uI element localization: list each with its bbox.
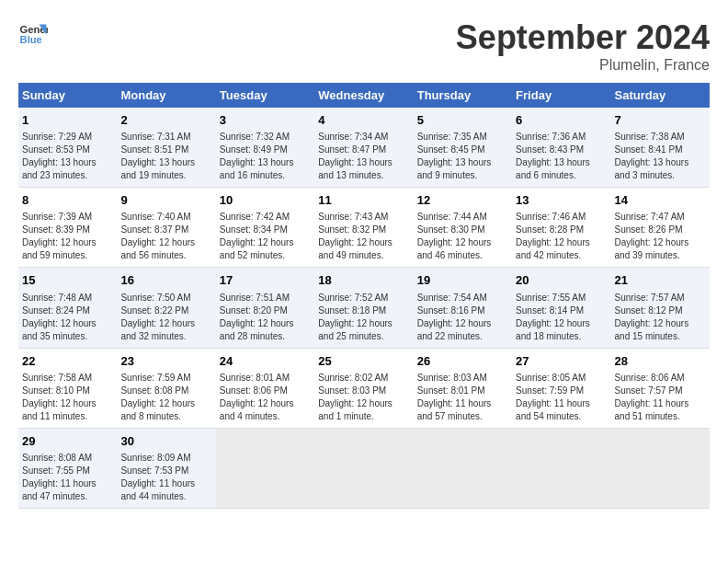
day-number: 15 bbox=[22, 272, 113, 289]
day-info: Sunrise: 7:32 AM bbox=[220, 131, 311, 144]
day-info: Daylight: 11 hours bbox=[120, 477, 211, 490]
day-number: 4 bbox=[318, 112, 409, 129]
day-info: Sunrise: 8:01 AM bbox=[220, 372, 311, 385]
day-number: 9 bbox=[120, 192, 211, 209]
calendar-cell: 24Sunrise: 8:01 AMSunset: 8:06 PMDayligh… bbox=[216, 348, 314, 428]
day-number: 3 bbox=[220, 112, 311, 129]
day-info: Sunset: 8:08 PM bbox=[120, 385, 211, 397]
day-number: 13 bbox=[516, 192, 607, 209]
day-info: Sunset: 8:10 PM bbox=[22, 385, 113, 397]
day-number: 1 bbox=[22, 112, 113, 129]
day-info: Sunset: 8:39 PM bbox=[22, 224, 113, 236]
day-info: Sunrise: 7:55 AM bbox=[516, 292, 607, 304]
day-info: Sunrise: 7:36 AM bbox=[516, 131, 607, 144]
day-info: and 35 minutes. bbox=[22, 330, 113, 343]
calendar-cell: 6Sunrise: 7:36 AMSunset: 8:43 PMDaylight… bbox=[512, 108, 610, 188]
calendar-week-4: 22Sunrise: 7:58 AMSunset: 8:10 PMDayligh… bbox=[18, 348, 710, 428]
day-info: Daylight: 13 hours bbox=[417, 156, 508, 169]
day-info: Sunrise: 7:42 AM bbox=[220, 211, 311, 224]
day-info: and 25 minutes. bbox=[318, 330, 409, 343]
day-info: Daylight: 12 hours bbox=[22, 397, 113, 410]
day-info: Sunrise: 8:02 AM bbox=[318, 372, 409, 385]
day-info: Daylight: 13 hours bbox=[120, 156, 211, 169]
day-info: Daylight: 12 hours bbox=[318, 236, 409, 249]
day-info: and 32 minutes. bbox=[120, 330, 211, 343]
day-info: and 42 minutes. bbox=[516, 249, 607, 262]
day-info: and 28 minutes. bbox=[220, 330, 311, 343]
day-info: Daylight: 13 hours bbox=[22, 156, 113, 169]
day-info: Daylight: 12 hours bbox=[318, 317, 409, 330]
day-info: Sunrise: 7:35 AM bbox=[417, 131, 508, 144]
day-info: Sunset: 8:49 PM bbox=[220, 144, 311, 156]
day-info: Sunrise: 7:44 AM bbox=[417, 211, 508, 224]
day-info: and 8 minutes. bbox=[120, 410, 211, 423]
day-info: Daylight: 12 hours bbox=[318, 397, 409, 410]
calendar-cell: 4Sunrise: 7:34 AMSunset: 8:47 PMDaylight… bbox=[314, 108, 413, 188]
day-info: Daylight: 13 hours bbox=[220, 156, 311, 169]
day-info: Daylight: 12 hours bbox=[615, 236, 706, 249]
day-info: Sunrise: 8:03 AM bbox=[417, 372, 508, 385]
day-info: Daylight: 12 hours bbox=[220, 317, 311, 330]
calendar-cell: 30Sunrise: 8:09 AMSunset: 7:53 PMDayligh… bbox=[117, 428, 215, 508]
calendar-cell: 29Sunrise: 8:08 AMSunset: 7:55 PMDayligh… bbox=[18, 428, 117, 508]
calendar-cell: 28Sunrise: 8:06 AMSunset: 7:57 PMDayligh… bbox=[611, 348, 710, 428]
calendar-cell: 9Sunrise: 7:40 AMSunset: 8:37 PMDaylight… bbox=[117, 188, 215, 268]
calendar-cell: 2Sunrise: 7:31 AMSunset: 8:51 PMDaylight… bbox=[117, 108, 215, 188]
day-number: 10 bbox=[220, 192, 311, 209]
day-info: Daylight: 12 hours bbox=[220, 397, 311, 410]
day-info: Daylight: 12 hours bbox=[120, 397, 211, 410]
day-number: 20 bbox=[516, 272, 607, 289]
day-info: Sunset: 8:47 PM bbox=[318, 144, 409, 156]
day-info: Sunset: 8:06 PM bbox=[220, 385, 311, 397]
day-info: Daylight: 11 hours bbox=[22, 477, 113, 490]
day-info: Sunset: 8:01 PM bbox=[417, 385, 508, 397]
day-info: Daylight: 12 hours bbox=[615, 317, 706, 330]
day-info: Daylight: 11 hours bbox=[417, 397, 508, 410]
day-info: Sunrise: 7:59 AM bbox=[120, 372, 211, 385]
day-number: 11 bbox=[318, 192, 409, 209]
day-info: Sunset: 7:59 PM bbox=[516, 385, 607, 397]
weekday-header-tuesday: Tuesday bbox=[216, 83, 314, 108]
day-number: 30 bbox=[120, 433, 211, 450]
day-info: Daylight: 12 hours bbox=[516, 317, 607, 330]
day-info: and 44 minutes. bbox=[120, 490, 211, 503]
day-number: 12 bbox=[417, 192, 508, 209]
calendar-cell: 25Sunrise: 8:02 AMSunset: 8:03 PMDayligh… bbox=[314, 348, 413, 428]
day-info: Daylight: 12 hours bbox=[516, 236, 607, 249]
day-info: Sunset: 8:34 PM bbox=[220, 224, 311, 236]
day-info: Daylight: 12 hours bbox=[120, 317, 211, 330]
day-info: Sunset: 8:45 PM bbox=[417, 144, 508, 156]
day-info: Sunrise: 7:31 AM bbox=[120, 131, 211, 144]
day-info: Sunset: 7:53 PM bbox=[120, 465, 211, 477]
day-info: Sunrise: 8:09 AM bbox=[120, 452, 211, 465]
calendar-cell: 10Sunrise: 7:42 AMSunset: 8:34 PMDayligh… bbox=[216, 188, 314, 268]
calendar-cell: 11Sunrise: 7:43 AMSunset: 8:32 PMDayligh… bbox=[314, 188, 413, 268]
day-info: Sunrise: 7:52 AM bbox=[318, 292, 409, 304]
day-number: 18 bbox=[318, 272, 409, 289]
day-info: Sunset: 8:14 PM bbox=[516, 304, 607, 317]
calendar-cell: 3Sunrise: 7:32 AMSunset: 8:49 PMDaylight… bbox=[216, 108, 314, 188]
calendar-cell: 19Sunrise: 7:54 AMSunset: 8:16 PMDayligh… bbox=[414, 268, 512, 348]
day-info: Sunset: 8:22 PM bbox=[120, 304, 211, 317]
day-info: and 4 minutes. bbox=[220, 410, 311, 423]
calendar-cell: 18Sunrise: 7:52 AMSunset: 8:18 PMDayligh… bbox=[314, 268, 413, 348]
weekday-header-wednesday: Wednesday bbox=[314, 83, 413, 108]
calendar-cell: 5Sunrise: 7:35 AMSunset: 8:45 PMDaylight… bbox=[414, 108, 512, 188]
day-info: Sunset: 8:43 PM bbox=[516, 144, 607, 156]
logo: General Blue bbox=[18, 18, 48, 48]
calendar-cell: 13Sunrise: 7:46 AMSunset: 8:28 PMDayligh… bbox=[512, 188, 610, 268]
calendar-cell: 17Sunrise: 7:51 AMSunset: 8:20 PMDayligh… bbox=[216, 268, 314, 348]
day-info: Daylight: 13 hours bbox=[516, 156, 607, 169]
day-info: Sunset: 8:12 PM bbox=[615, 304, 706, 317]
day-info: Sunrise: 8:08 AM bbox=[22, 452, 113, 465]
day-number: 7 bbox=[615, 112, 706, 129]
day-number: 19 bbox=[417, 272, 508, 289]
month-title: September 2024 bbox=[456, 18, 710, 57]
calendar-cell: 7Sunrise: 7:38 AMSunset: 8:41 PMDaylight… bbox=[611, 108, 710, 188]
day-info: and 39 minutes. bbox=[615, 249, 706, 262]
day-info: Daylight: 13 hours bbox=[318, 156, 409, 169]
day-info: and 15 minutes. bbox=[615, 330, 706, 343]
day-number: 6 bbox=[516, 112, 607, 129]
calendar-cell bbox=[611, 428, 710, 508]
calendar-cell: 16Sunrise: 7:50 AMSunset: 8:22 PMDayligh… bbox=[117, 268, 215, 348]
